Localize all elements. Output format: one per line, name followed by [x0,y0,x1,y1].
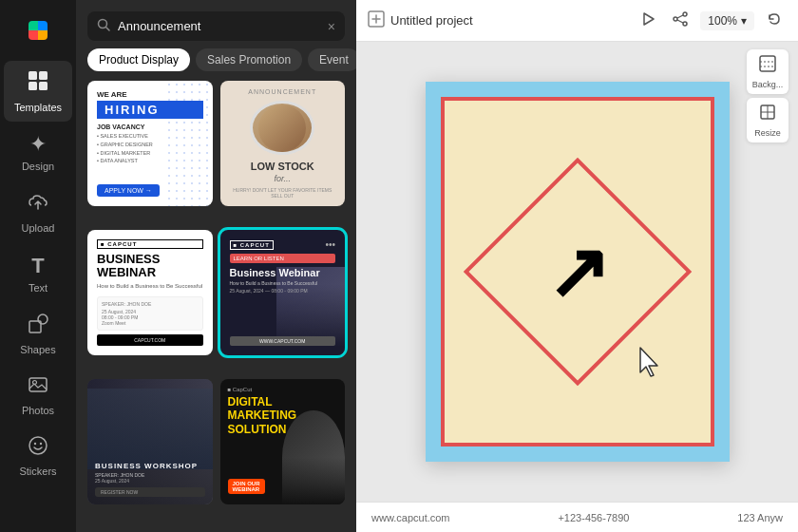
svg-rect-6 [29,378,47,391]
design-icon: ✦ [29,132,47,157]
svg-marker-13 [644,13,654,25]
share-button[interactable] [668,7,693,35]
upload-icon [28,192,48,218]
zoom-label: 100% [708,14,737,28]
undo-button[interactable] [762,7,787,35]
app-logo[interactable] [19,11,57,49]
filter-tab-event[interactable]: Event [308,48,356,71]
filter-tab-sales-promotion[interactable]: Sales Promotion [196,48,302,71]
template-grid: WE ARE HIRING JOB VACANCY • SALES EXECUT… [76,81,356,532]
sidebar-item-stickers[interactable]: Stickers [4,426,72,486]
template-panel: × Product Display Sales Promotion Event … [76,0,356,532]
canvas-url: www.capcut.com [371,512,450,523]
search-clear-button[interactable]: × [328,19,335,34]
svg-point-10 [40,443,42,445]
sidebar-item-upload[interactable]: Upload [4,182,72,243]
canvas-phone: +123-456-7890 [558,512,629,523]
diamond-shape: ↗ [463,158,691,386]
search-input[interactable] [118,19,320,33]
canvas-bottom-bar: www.capcut.com +123-456-7890 123 Anyw [356,502,798,532]
sidebar-item-design-label: Design [22,161,54,172]
svg-rect-17 [760,56,775,71]
canvas-inner-frame: ↗ [441,97,714,446]
sidebar-item-design[interactable]: ✦ Design [4,122,72,182]
zoom-control[interactable]: 100% ▾ [700,11,754,30]
project-icon [368,10,385,31]
design-canvas: ↗ [426,82,730,462]
text-icon: T [31,254,44,278]
canvas-area: Untitled project 100% ▾ [356,0,798,532]
background-tool[interactable]: Backg... [747,49,788,94]
background-icon [758,54,777,78]
stickers-icon [28,435,48,462]
template-card-webinar-white[interactable]: ■ CAPCUT BUSINESSWEBINAR How to Build a … [87,230,213,355]
sidebar-item-shapes-label: Shapes [20,344,55,355]
sidebar-item-shapes[interactable]: Shapes [4,304,72,365]
svg-point-5 [38,314,48,324]
sidebar-item-upload-label: Upload [22,222,55,234]
photos-icon [28,374,48,401]
canvas-other: 123 Anyw [737,512,783,523]
sidebar-item-stickers-label: Stickers [19,466,56,477]
template-card-low-stock[interactable]: ANNOUNCEMENT LOW STOCK for... HURRY! DON… [220,81,346,206]
chevron-down-icon: ▾ [741,14,747,28]
filter-tabs: Product Display Sales Promotion Event [76,48,356,81]
canvas-topbar-right: 100% ▾ [636,7,787,35]
project-title: Untitled project [390,13,473,28]
resize-icon [758,103,777,126]
search-bar: × [87,11,345,41]
sidebar-item-text-label: Text [28,282,48,294]
canvas-topbar-left: Untitled project [368,10,628,31]
svg-rect-0 [28,71,37,80]
filter-tab-product-display[interactable]: Product Display [87,48,190,71]
svg-point-9 [34,443,36,445]
svg-rect-3 [39,82,48,90]
search-icon [97,18,110,34]
sidebar-item-photos-label: Photos [22,405,54,416]
svg-rect-1 [39,71,48,80]
sidebar-item-photos[interactable]: Photos [4,365,72,426]
floating-toolbar: Backg... Resize [747,49,788,142]
svg-rect-2 [28,82,37,90]
template-card-workshop[interactable]: BUSINESS WORKSHOP SPEAKER: JHON DOE 25 A… [87,379,213,504]
background-tool-label: Backg... [752,80,784,89]
sidebar-item-templates-label: Templates [14,102,62,113]
svg-point-8 [29,437,47,454]
svg-point-15 [674,17,677,21]
svg-point-16 [683,22,687,26]
templates-icon [27,69,49,98]
canvas-topbar: Untitled project 100% ▾ [356,0,798,42]
canvas-viewport: Backg... Resize ↗ [356,42,798,502]
arrow-icon: ↗ [545,228,609,316]
template-card-webinar-dark[interactable]: ■ CAPCUT ••• LEARN OR LISTEN Business We… [220,230,346,355]
sidebar-item-templates[interactable]: Templates [4,61,72,122]
shapes-icon [28,314,48,340]
svg-point-14 [683,12,687,16]
play-button[interactable] [636,7,660,35]
sidebar: Templates ✦ Design Upload T Text Shapes [0,0,76,532]
template-card-digital[interactable]: ■ CapCut DIGITALMARKETINGSOLUTION JOIN O… [220,379,346,504]
template-card-hiring[interactable]: WE ARE HIRING JOB VACANCY • SALES EXECUT… [87,81,213,206]
sidebar-item-text[interactable]: T Text [4,243,72,304]
resize-tool[interactable]: Resize [747,98,788,142]
resize-tool-label: Resize [754,128,781,138]
